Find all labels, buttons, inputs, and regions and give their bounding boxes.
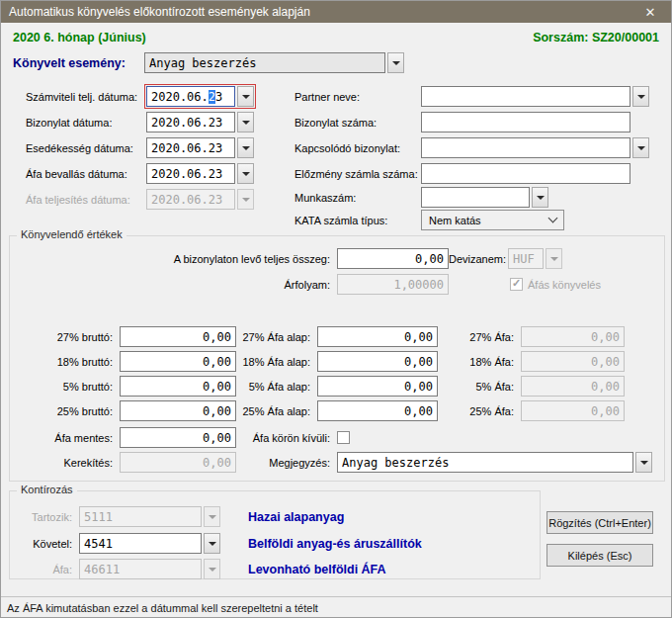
date-text: 2020.06. [151,90,209,104]
vat-amount-input [521,326,625,347]
vat-amount-input [521,376,625,397]
accounting-date-input[interactable]: 2020.06.23 [146,86,235,107]
vat-base-label: 27% Áfa alap: [236,331,317,343]
previous-invoice-row: Előzmény számla száma: [294,163,630,184]
exchange-rate-row: Árfolyam: Áfás könyvelés [11,274,663,295]
vat-gross-input[interactable] [120,351,236,372]
vat-declaration-date-input[interactable] [146,163,235,184]
vat-gross-label: 18% bruttó: [11,356,120,368]
exit-button[interactable]: Kilépés (Esc) [546,544,653,567]
chevron-down-icon [637,95,645,99]
chevron-down-icon [242,198,250,202]
total-amount-label: A bizonylaton levő teljes összeg: [11,253,337,265]
booked-event-dropdown-button[interactable] [387,52,404,73]
vat-exempt-input[interactable] [120,427,236,448]
kata-type-row: KATA számla típus: Nem katás [294,210,564,230]
calendar-dropdown-button[interactable] [237,163,254,184]
vat-fulfillment-date-label: Áfa teljesítés dátuma: [26,194,146,206]
vat-amount-input [521,351,625,372]
document-date-input[interactable] [146,112,235,132]
vat-declaration-date-label: Áfa bevallás dátuma: [26,168,146,180]
exchange-rate-input [337,274,449,295]
vat-account-name: Levonható belföldi ÁFA [248,563,386,576]
status-bar: Az ÁFA kimutatásban ezzel a dátummal kel… [1,596,671,618]
calendar-dropdown-button [237,189,254,210]
calendar-dropdown-button[interactable] [237,86,254,107]
debit-label: Tartozik: [18,511,79,523]
debit-row: Tartozik: Hazai alapanyag [18,506,344,527]
related-document-row: Kapcsolódó bizonylat: [294,137,649,158]
related-document-dropdown-button[interactable] [632,137,649,158]
date-row: Számviteli telj. dátuma: 2020.06.23 [26,86,256,107]
status-text: Az ÁFA kimutatásban ezzel a dátummal kel… [7,602,318,614]
work-number-row: Munkaszám: [294,187,548,208]
close-icon[interactable]: ✕ [630,1,671,23]
bookable-values-title: Könyvelendő értékek [17,228,126,240]
vat-base-label: 25% Áfa alap: [236,405,317,417]
vat-row-27: 27% bruttó: 27% Áfa alap: 27% Áfa: [11,326,663,347]
chevron-down-icon [209,515,216,519]
debit-account-dropdown-button [204,506,220,527]
date-focus-ring: 2020.06.23 [144,84,256,109]
calendar-dropdown-button[interactable] [237,112,254,132]
booked-event-input[interactable] [144,52,385,73]
chevron-down-icon [242,146,250,150]
debit-account-input [79,506,202,527]
rounding-input [120,452,236,473]
chevron-down-icon [242,172,250,176]
posting-groupbox: Kontírozás Tartozik: Hazai alapanyag Köv… [9,490,541,579]
chevron-down-icon [209,542,216,546]
outside-vat-checkbox[interactable] [337,431,350,444]
vat-row-5: 5% bruttó: 5% Áfa alap: 5% Áfa: [11,376,663,397]
date-row: Áfa bevallás dátuma: [26,163,254,184]
related-document-input[interactable] [421,137,630,158]
bookable-values-groupbox: Könyvelendő értékek A bizonylaton levő t… [9,235,665,482]
kata-type-label: KATA számla típus: [294,215,421,226]
vat-gross-input[interactable] [120,326,236,347]
partner-name-input[interactable] [421,86,630,107]
calendar-dropdown-button[interactable] [237,137,254,158]
titlebar: Automatikus könyvelés előkontírozott ese… [1,1,671,23]
vat-booking-checkbox-label: Áfás könyvelés [528,279,601,291]
credit-account-name: Belföldi anyag-és áruszállítók [248,537,422,551]
due-date-input[interactable] [146,137,235,158]
vat-gross-label: 25% bruttó: [11,405,120,417]
document-date-label: Bizonylat dátuma: [26,117,146,129]
vat-exempt-label: Áfa mentes: [11,432,120,444]
vat-base-input[interactable] [317,326,438,347]
total-amount-input[interactable] [337,248,449,269]
chevron-down-icon [242,121,250,125]
vat-gross-input[interactable] [120,400,236,421]
credit-account-input[interactable] [79,533,202,554]
kata-type-select[interactable]: Nem katás [421,210,564,230]
work-number-input[interactable] [421,187,530,208]
document-number-input[interactable] [421,112,630,132]
vat-exempt-row: Áfa mentes: Áfa körön kívüli: [11,427,663,448]
vat-base-input[interactable] [317,376,438,397]
note-dropdown-button[interactable] [635,452,652,473]
save-button[interactable]: Rögzítés (Ctrl+Enter) [546,511,653,534]
note-input[interactable] [337,452,633,473]
vat-amount-label: 27% Áfa: [438,331,521,343]
chevron-down-icon [392,61,400,65]
vat-amount-label: 5% Áfa: [438,381,521,393]
currency-label: Devizanem: [449,253,508,265]
rounding-label: Kerekítés: [11,457,120,469]
form-area: Számviteli telj. dátuma: 2020.06.23 Bizo… [1,80,671,235]
chevron-down-icon [242,95,250,99]
vat-amount-label: 18% Áfa: [438,356,521,368]
vat-base-input[interactable] [317,400,438,421]
previous-invoice-input[interactable] [421,163,630,184]
work-number-dropdown-button[interactable] [532,187,548,208]
credit-row: Követel: Belföldi anyag-és áruszállítók [18,533,422,554]
partner-dropdown-button[interactable] [632,86,649,107]
date-selected-char: 2 [209,90,215,104]
vat-base-input[interactable] [317,351,438,372]
vat-account-row: Áfa: Levonható belföldi ÁFA [18,559,386,579]
credit-account-dropdown-button[interactable] [204,533,220,554]
kata-type-value: Nem katás [429,215,481,226]
dialog-window: Automatikus könyvelés előkontírozott ese… [0,0,672,618]
debit-account-name: Hazai alapanyag [248,510,344,524]
booked-event-label: Könyvelt esemény: [13,56,126,70]
vat-gross-input[interactable] [120,376,236,397]
